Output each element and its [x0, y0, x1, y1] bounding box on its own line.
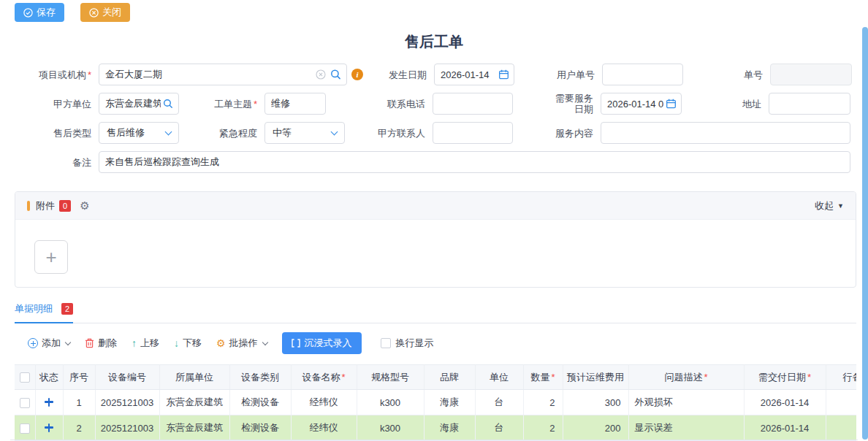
save-button-label: 保存	[37, 6, 56, 19]
cell-model: k300	[357, 390, 424, 415]
tab-detail-label: 单据明细	[15, 302, 53, 315]
phone-input[interactable]	[433, 93, 513, 115]
table-row[interactable]: 22025121003东营金辰建筑检测设备经纬仪k300海康台2200显示误差2…	[15, 415, 856, 441]
subject-input[interactable]	[264, 93, 326, 115]
row-checkbox[interactable]	[20, 398, 30, 408]
column-header-unit: 所属单位	[159, 365, 229, 390]
column-header-model: 规格型号	[357, 365, 424, 390]
cell-brand: 海康	[424, 415, 475, 441]
order-no-input	[770, 64, 852, 85]
form-row-2: 甲方单位 工单主题* 联系电话 需要服务日期	[15, 93, 868, 115]
move-down-button[interactable]: ↓ 下移	[174, 337, 202, 350]
cell-code: 2025121003	[95, 390, 159, 415]
cell-seq: 1	[63, 390, 95, 415]
subject-label: 工单主题*	[179, 99, 264, 110]
detail-table-container: 状态序号设备编号所属单位设备类别设备名称*规格型号品牌单位数量*预计运维费用问题…	[15, 364, 856, 441]
bottom-divider	[10, 440, 858, 440]
attachment-body: +	[15, 220, 856, 274]
x-circle-icon	[89, 8, 99, 18]
check-circle-icon	[23, 8, 33, 18]
cell-note	[826, 390, 856, 415]
save-button[interactable]: 保存	[15, 3, 64, 22]
insert-row-plus-icon[interactable]	[45, 423, 53, 432]
wrap-display-checkbox[interactable]	[381, 338, 391, 348]
column-header-status: 状态	[35, 365, 63, 390]
aftersales-type-select[interactable]: 售后维修	[99, 122, 179, 144]
remark-input[interactable]	[99, 151, 850, 173]
add-attachment-button[interactable]: +	[34, 240, 68, 274]
service-date-input[interactable]	[601, 93, 682, 115]
party-contact-input[interactable]	[433, 122, 513, 144]
search-icon[interactable]	[163, 99, 173, 109]
triangle-down-icon: ▼	[837, 202, 844, 210]
project-input[interactable]	[99, 64, 347, 85]
service-date-field	[601, 93, 682, 115]
move-down-label: 下移	[183, 337, 202, 350]
insert-row-plus-icon[interactable]	[45, 398, 53, 407]
cell-munit: 台	[475, 415, 523, 441]
trash-icon	[85, 338, 94, 348]
gear-icon: ⚙	[216, 338, 226, 348]
column-header-code: 设备编号	[95, 365, 159, 390]
detail-toolbar: 添加 删除 ↑ 上移 ↓ 下移 ⚙ 批操作	[15, 332, 853, 354]
aftersales-type-label: 售后类型	[15, 128, 99, 139]
attachment-title: 附件	[36, 199, 55, 212]
address-input[interactable]	[769, 93, 850, 115]
row-checkbox[interactable]	[20, 423, 30, 434]
gear-icon[interactable]: ⚙	[80, 200, 89, 211]
urgency-value: 中等	[273, 126, 292, 139]
move-up-button[interactable]: ↑ 上移	[132, 337, 159, 350]
party-contact-field	[433, 122, 513, 144]
form-row-1: 项目或机构* i 发生日期	[15, 64, 868, 85]
chevron-down-icon	[65, 339, 71, 345]
cell-seq: 2	[63, 415, 95, 441]
collapse-toggle[interactable]: 收起 ▼	[815, 199, 844, 212]
subject-field	[264, 93, 326, 115]
page-title: 售后工单	[0, 32, 868, 53]
service-content-label: 服务内容	[513, 128, 601, 139]
search-icon[interactable]	[330, 69, 341, 80]
service-content-field	[601, 122, 850, 144]
vertical-scrollbar[interactable]	[862, 27, 868, 440]
remark-label: 备注	[15, 157, 99, 168]
occur-date-input[interactable]	[434, 64, 514, 85]
cell-model: k300	[357, 415, 424, 441]
immersive-entry-label: 沉浸式录入	[305, 337, 352, 350]
service-date-label: 需要服务日期	[513, 93, 601, 115]
party-unit-field	[99, 93, 179, 115]
aftersales-type-value: 售后维修	[107, 126, 145, 139]
cell-unit: 东营金辰建筑	[159, 415, 229, 441]
order-no-label: 单号	[683, 69, 770, 80]
info-icon[interactable]: i	[351, 69, 363, 80]
delete-row-button[interactable]: 删除	[85, 337, 117, 350]
clear-icon[interactable]	[316, 69, 326, 80]
column-header-seq: 序号	[63, 365, 95, 390]
cell-unit: 东营金辰建筑	[159, 390, 229, 415]
user-order-input[interactable]	[602, 64, 683, 85]
service-content-input[interactable]	[601, 122, 850, 144]
urgency-select[interactable]: 中等	[264, 122, 345, 144]
detail-tabs: 单据明细 2	[15, 302, 856, 323]
urgency-label: 紧急程度	[179, 128, 264, 139]
party-contact-label: 甲方联系人	[362, 128, 433, 139]
cell-name: 经纬仪	[291, 415, 357, 441]
immersive-entry-button[interactable]: 沉浸式录入	[282, 332, 362, 354]
phone-field	[433, 93, 513, 115]
add-row-button[interactable]: 添加	[28, 337, 70, 350]
project-field	[99, 64, 347, 85]
table-row[interactable]: 12025121003东营金辰建筑检测设备经纬仪k300海康台2300外观损坏2…	[15, 390, 856, 415]
wrap-display-option[interactable]: 换行显示	[381, 337, 434, 350]
batch-ops-button[interactable]: ⚙ 批操作	[216, 337, 267, 350]
cell-qty: 2	[523, 390, 563, 415]
collapse-label: 收起	[815, 199, 834, 212]
required-mark: *	[88, 69, 91, 80]
required-mark: *	[254, 99, 257, 110]
tab-detail[interactable]: 单据明细 2	[15, 302, 73, 323]
batch-ops-label: 批操作	[229, 337, 258, 350]
select-all-checkbox[interactable]	[20, 372, 30, 383]
move-up-label: 上移	[140, 337, 159, 350]
chevron-down-icon	[331, 129, 338, 136]
detail-table: 状态序号设备编号所属单位设备类别设备名称*规格型号品牌单位数量*预计运维费用问题…	[15, 364, 856, 441]
cell-munit: 台	[475, 390, 523, 415]
close-button[interactable]: 关闭	[80, 3, 130, 22]
